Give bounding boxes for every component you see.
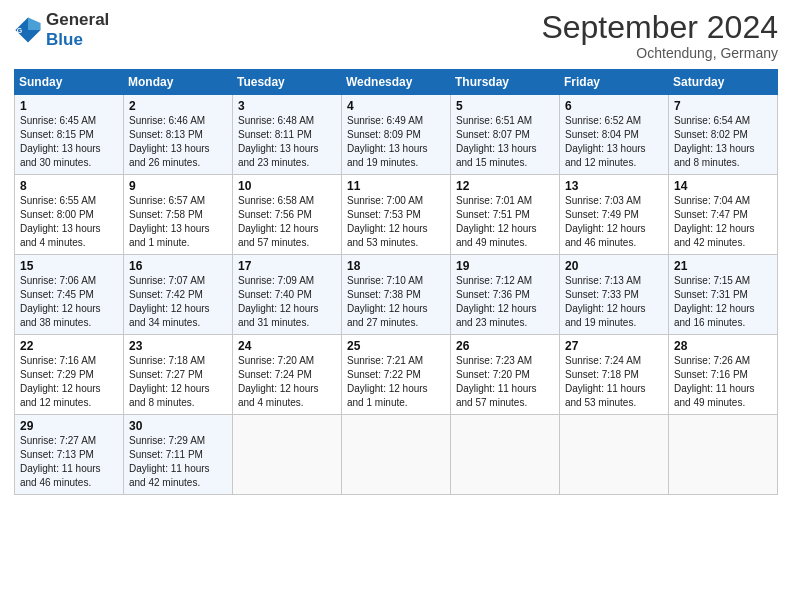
day-detail: Sunrise: 6:51 AM Sunset: 8:07 PM Dayligh… [456, 114, 554, 170]
day-detail: Sunrise: 7:23 AM Sunset: 7:20 PM Dayligh… [456, 354, 554, 410]
calendar-cell-18: 18Sunrise: 7:10 AM Sunset: 7:38 PM Dayli… [342, 255, 451, 335]
day-detail: Sunrise: 6:57 AM Sunset: 7:58 PM Dayligh… [129, 194, 227, 250]
day-number: 12 [456, 179, 554, 193]
calendar-cell-27: 27Sunrise: 7:24 AM Sunset: 7:18 PM Dayli… [560, 335, 669, 415]
day-detail: Sunrise: 7:03 AM Sunset: 7:49 PM Dayligh… [565, 194, 663, 250]
day-detail: Sunrise: 6:48 AM Sunset: 8:11 PM Dayligh… [238, 114, 336, 170]
logo: G General Blue [14, 10, 109, 49]
day-number: 24 [238, 339, 336, 353]
day-number: 27 [565, 339, 663, 353]
day-number: 25 [347, 339, 445, 353]
calendar-week-2: 8Sunrise: 6:55 AM Sunset: 8:00 PM Daylig… [15, 175, 778, 255]
day-number: 13 [565, 179, 663, 193]
day-detail: Sunrise: 6:58 AM Sunset: 7:56 PM Dayligh… [238, 194, 336, 250]
calendar-cell-1: 1Sunrise: 6:45 AM Sunset: 8:15 PM Daylig… [15, 95, 124, 175]
calendar-cell-33 [451, 415, 560, 495]
day-number: 21 [674, 259, 772, 273]
calendar-cell-16: 16Sunrise: 7:07 AM Sunset: 7:42 PM Dayli… [124, 255, 233, 335]
calendar-week-3: 15Sunrise: 7:06 AM Sunset: 7:45 PM Dayli… [15, 255, 778, 335]
day-number: 7 [674, 99, 772, 113]
calendar-cell-19: 19Sunrise: 7:12 AM Sunset: 7:36 PM Dayli… [451, 255, 560, 335]
day-detail: Sunrise: 6:45 AM Sunset: 8:15 PM Dayligh… [20, 114, 118, 170]
calendar-cell-8: 8Sunrise: 6:55 AM Sunset: 8:00 PM Daylig… [15, 175, 124, 255]
title-section: September 2024 Ochtendung, Germany [541, 10, 778, 61]
day-number: 28 [674, 339, 772, 353]
calendar-cell-24: 24Sunrise: 7:20 AM Sunset: 7:24 PM Dayli… [233, 335, 342, 415]
day-number: 16 [129, 259, 227, 273]
calendar-cell-3: 3Sunrise: 6:48 AM Sunset: 8:11 PM Daylig… [233, 95, 342, 175]
month-title: September 2024 [541, 10, 778, 45]
col-header-friday: Friday [560, 70, 669, 95]
day-detail: Sunrise: 7:24 AM Sunset: 7:18 PM Dayligh… [565, 354, 663, 410]
calendar-cell-7: 7Sunrise: 6:54 AM Sunset: 8:02 PM Daylig… [669, 95, 778, 175]
calendar-cell-34 [560, 415, 669, 495]
col-header-tuesday: Tuesday [233, 70, 342, 95]
calendar-cell-30: 30Sunrise: 7:29 AM Sunset: 7:11 PM Dayli… [124, 415, 233, 495]
page-header: G General Blue September 2024 Ochtendung… [14, 10, 778, 61]
header-row: SundayMondayTuesdayWednesdayThursdayFrid… [15, 70, 778, 95]
day-detail: Sunrise: 7:01 AM Sunset: 7:51 PM Dayligh… [456, 194, 554, 250]
calendar-cell-15: 15Sunrise: 7:06 AM Sunset: 7:45 PM Dayli… [15, 255, 124, 335]
day-detail: Sunrise: 6:54 AM Sunset: 8:02 PM Dayligh… [674, 114, 772, 170]
day-detail: Sunrise: 7:07 AM Sunset: 7:42 PM Dayligh… [129, 274, 227, 330]
day-detail: Sunrise: 7:04 AM Sunset: 7:47 PM Dayligh… [674, 194, 772, 250]
col-header-wednesday: Wednesday [342, 70, 451, 95]
calendar-cell-12: 12Sunrise: 7:01 AM Sunset: 7:51 PM Dayli… [451, 175, 560, 255]
calendar-cell-10: 10Sunrise: 6:58 AM Sunset: 7:56 PM Dayli… [233, 175, 342, 255]
day-detail: Sunrise: 7:20 AM Sunset: 7:24 PM Dayligh… [238, 354, 336, 410]
svg-text:G: G [17, 26, 23, 33]
day-number: 17 [238, 259, 336, 273]
day-detail: Sunrise: 6:49 AM Sunset: 8:09 PM Dayligh… [347, 114, 445, 170]
logo-text: General Blue [46, 10, 109, 49]
calendar-week-5: 29Sunrise: 7:27 AM Sunset: 7:13 PM Dayli… [15, 415, 778, 495]
calendar-cell-13: 13Sunrise: 7:03 AM Sunset: 7:49 PM Dayli… [560, 175, 669, 255]
day-number: 9 [129, 179, 227, 193]
day-number: 11 [347, 179, 445, 193]
day-number: 6 [565, 99, 663, 113]
calendar-cell-9: 9Sunrise: 6:57 AM Sunset: 7:58 PM Daylig… [124, 175, 233, 255]
calendar-cell-17: 17Sunrise: 7:09 AM Sunset: 7:40 PM Dayli… [233, 255, 342, 335]
svg-marker-1 [28, 17, 41, 30]
calendar-cell-25: 25Sunrise: 7:21 AM Sunset: 7:22 PM Dayli… [342, 335, 451, 415]
col-header-sunday: Sunday [15, 70, 124, 95]
col-header-thursday: Thursday [451, 70, 560, 95]
day-detail: Sunrise: 6:55 AM Sunset: 8:00 PM Dayligh… [20, 194, 118, 250]
calendar-cell-26: 26Sunrise: 7:23 AM Sunset: 7:20 PM Dayli… [451, 335, 560, 415]
day-number: 8 [20, 179, 118, 193]
calendar-cell-22: 22Sunrise: 7:16 AM Sunset: 7:29 PM Dayli… [15, 335, 124, 415]
day-number: 14 [674, 179, 772, 193]
day-detail: Sunrise: 6:52 AM Sunset: 8:04 PM Dayligh… [565, 114, 663, 170]
col-header-saturday: Saturday [669, 70, 778, 95]
calendar-cell-28: 28Sunrise: 7:26 AM Sunset: 7:16 PM Dayli… [669, 335, 778, 415]
day-number: 1 [20, 99, 118, 113]
day-detail: Sunrise: 7:18 AM Sunset: 7:27 PM Dayligh… [129, 354, 227, 410]
calendar-table: SundayMondayTuesdayWednesdayThursdayFrid… [14, 69, 778, 495]
day-detail: Sunrise: 6:46 AM Sunset: 8:13 PM Dayligh… [129, 114, 227, 170]
day-detail: Sunrise: 7:00 AM Sunset: 7:53 PM Dayligh… [347, 194, 445, 250]
day-detail: Sunrise: 7:10 AM Sunset: 7:38 PM Dayligh… [347, 274, 445, 330]
day-number: 15 [20, 259, 118, 273]
day-detail: Sunrise: 7:16 AM Sunset: 7:29 PM Dayligh… [20, 354, 118, 410]
calendar-cell-32 [342, 415, 451, 495]
day-detail: Sunrise: 7:26 AM Sunset: 7:16 PM Dayligh… [674, 354, 772, 410]
page-container: G General Blue September 2024 Ochtendung… [0, 0, 792, 505]
calendar-week-4: 22Sunrise: 7:16 AM Sunset: 7:29 PM Dayli… [15, 335, 778, 415]
calendar-week-1: 1Sunrise: 6:45 AM Sunset: 8:15 PM Daylig… [15, 95, 778, 175]
calendar-cell-11: 11Sunrise: 7:00 AM Sunset: 7:53 PM Dayli… [342, 175, 451, 255]
day-number: 5 [456, 99, 554, 113]
day-number: 19 [456, 259, 554, 273]
day-detail: Sunrise: 7:15 AM Sunset: 7:31 PM Dayligh… [674, 274, 772, 330]
logo-general: General [46, 10, 109, 29]
day-number: 30 [129, 419, 227, 433]
calendar-cell-23: 23Sunrise: 7:18 AM Sunset: 7:27 PM Dayli… [124, 335, 233, 415]
day-number: 2 [129, 99, 227, 113]
calendar-cell-31 [233, 415, 342, 495]
calendar-cell-5: 5Sunrise: 6:51 AM Sunset: 8:07 PM Daylig… [451, 95, 560, 175]
day-number: 10 [238, 179, 336, 193]
logo-blue: Blue [46, 30, 83, 49]
calendar-cell-4: 4Sunrise: 6:49 AM Sunset: 8:09 PM Daylig… [342, 95, 451, 175]
day-detail: Sunrise: 7:27 AM Sunset: 7:13 PM Dayligh… [20, 434, 118, 490]
day-detail: Sunrise: 7:29 AM Sunset: 7:11 PM Dayligh… [129, 434, 227, 490]
day-number: 23 [129, 339, 227, 353]
day-number: 3 [238, 99, 336, 113]
